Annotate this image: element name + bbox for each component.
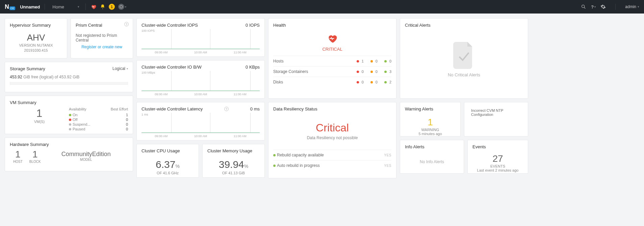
warning-alerts-summary-panel[interactable]: Warning Alerts 1 WARNING 5 minutes ago xyxy=(400,102,461,136)
panel-title: Events xyxy=(472,144,523,149)
chevron-down-icon: ▾ xyxy=(638,5,639,8)
vm-col-availability: Availability xyxy=(69,107,86,111)
gear-icon[interactable] xyxy=(600,4,606,9)
panel-title: Storage Summary xyxy=(10,66,45,71)
chart-area: 100 IOPS xyxy=(141,29,260,49)
panel-title: Data Resiliency Status xyxy=(273,106,391,111)
cluster-name[interactable]: Unnamed xyxy=(20,4,40,9)
block-count: 1 xyxy=(29,149,41,160)
hypervisor-version-line2: 20191030.415 xyxy=(10,48,62,53)
block-label: BLOCK xyxy=(29,160,41,164)
logo-n: N xyxy=(5,3,9,10)
iobw-value: 0 KBps xyxy=(246,65,260,70)
cpu-pct: % xyxy=(175,164,179,169)
info-alerts-panel[interactable]: Info Alerts No Info Alerts xyxy=(400,140,464,174)
cpu-usage-panel[interactable]: Cluster CPU Usage 6.37% OF 41.6 GHz xyxy=(136,144,199,178)
health-panel[interactable]: Health CRITICAL Hosts 1 0 0 Storage Con xyxy=(268,18,396,99)
vm-summary-panel[interactable]: VM Summary 1 VM(S) Availability Best Eff… xyxy=(5,96,133,134)
data-resiliency-panel[interactable]: Data Resiliency Status Critical Data Res… xyxy=(268,102,396,178)
latency-value: 0 ms xyxy=(250,106,260,111)
prism-central-panel: Prism Central ? Not registered to Prism … xyxy=(71,18,133,58)
task-circle-icon xyxy=(118,4,124,10)
panel-title: Info Alerts xyxy=(405,144,459,149)
resiliency-row-auto-rebuild: Auto rebuild in progress YES xyxy=(273,160,391,171)
panel-title: Critical Alerts xyxy=(405,23,523,28)
chevron-down-icon: ▾ xyxy=(78,5,79,8)
panel-title: Warning Alerts xyxy=(405,106,456,111)
status-icons: 1 ▾ xyxy=(91,4,126,10)
cpu-sub: OF 41.6 GHz xyxy=(141,171,194,175)
chart-ylabel: 100 MBps xyxy=(141,71,155,74)
health-row-disks[interactable]: Disks 0 0 2 xyxy=(273,77,391,87)
task-status-dropdown[interactable]: ▾ xyxy=(118,4,126,10)
panel-title: Cluster CPU Usage xyxy=(141,148,194,153)
chart-latency-panel[interactable]: Cluster-wide Controller Latency ? 0 ms 1… xyxy=(136,102,265,141)
chevron-down-icon: ▾ xyxy=(125,5,126,8)
vm-count-label: VM(S) xyxy=(10,120,69,124)
warning-label: WARNING xyxy=(405,128,456,132)
topbar-right: ? ▾ admin ▾ xyxy=(581,4,639,10)
divider xyxy=(45,4,45,10)
health-heart-icon[interactable] xyxy=(91,4,97,9)
help-icon[interactable]: ? xyxy=(124,22,129,26)
chevron-down-icon: ▾ xyxy=(594,5,596,8)
vm-row-off: Off0 xyxy=(69,117,128,122)
vm-count: 1 xyxy=(10,107,69,120)
host-count: 1 xyxy=(13,149,23,160)
svg-line-2 xyxy=(584,7,585,8)
iops-value: 0 IOPS xyxy=(246,23,260,28)
bell-icon[interactable] xyxy=(100,4,105,9)
chevron-down-icon: ▾ xyxy=(127,67,128,70)
hypervisor-version-line1: VERSION NUTANIX xyxy=(10,43,62,48)
top-bar: N CE Unnamed Home ▾ 1 ▾ ? ▾ xyxy=(0,0,644,14)
chart-ylabel: 1 ms xyxy=(141,113,148,116)
help-dropdown[interactable]: ? ▾ xyxy=(591,4,596,9)
memory-usage-panel[interactable]: Cluster Memory Usage 39.94% OF 41.13 GiB xyxy=(202,144,265,178)
panel-title: VM Summary xyxy=(10,100,128,105)
main-menu-dropdown[interactable]: Home ▾ xyxy=(50,3,82,11)
register-link[interactable]: Register or create new xyxy=(76,45,128,49)
svg-point-0 xyxy=(120,5,123,8)
model-name: CommunityEdition xyxy=(44,151,128,158)
chart-ylabel: 100 IOPS xyxy=(141,29,155,32)
resiliency-row-rebuild-capacity: Rebuild capacity available YES xyxy=(273,150,391,160)
alert-badge[interactable]: 1 xyxy=(109,4,115,10)
storage-summary-panel[interactable]: Storage Summary Logical ▾ 453.92 GiB fre… xyxy=(5,62,133,92)
panel-title: Hardware Summary xyxy=(10,142,128,147)
help-icon: ? xyxy=(591,4,594,9)
panel-title: Prism Central xyxy=(76,23,128,28)
storage-mode-dropdown[interactable]: Logical ▾ xyxy=(112,66,128,71)
search-icon[interactable] xyxy=(581,4,586,9)
critical-alerts-panel[interactable]: Critical Alerts No Critical Alerts xyxy=(400,18,528,99)
storage-usage-bar xyxy=(10,82,128,85)
user-menu[interactable]: admin ▾ xyxy=(625,4,639,9)
warning-time: 5 minutes ago xyxy=(405,132,456,136)
warning-alerts-detail-panel[interactable]: Incorrect CVM NTP Configuration xyxy=(464,102,528,136)
logo[interactable]: N CE xyxy=(5,3,15,10)
divider xyxy=(615,4,616,10)
no-info-alerts-text: No Info Alerts xyxy=(405,151,459,172)
panel-title: Cluster Memory Usage xyxy=(207,148,260,153)
divider xyxy=(85,3,86,10)
health-row-hosts[interactable]: Hosts 1 0 0 xyxy=(273,56,391,66)
vm-row-on: On1 xyxy=(69,112,128,117)
panel-title: Hypervisor Summary xyxy=(10,23,62,28)
warning-count: 1 xyxy=(405,117,456,128)
chart-area: 100 MBps xyxy=(141,71,260,91)
chart-xlabels: 09:00 AM10:00 AM11:00 AM xyxy=(141,134,260,138)
logo-ce-badge: CE xyxy=(9,6,15,10)
health-row-storage[interactable]: Storage Containers 0 0 3 xyxy=(273,66,391,77)
chart-xlabels: 09:00 AM10:00 AM11:00 AM xyxy=(141,51,260,54)
hardware-summary-panel[interactable]: Hardware Summary 1 HOST 1 BLOCK Communit… xyxy=(5,137,133,171)
host-label: HOST xyxy=(13,160,23,164)
help-icon[interactable]: ? xyxy=(224,107,229,111)
health-status: CRITICAL xyxy=(273,47,391,52)
events-time: Last event 2 minutes ago xyxy=(472,168,523,172)
panel-title: Cluster-wide Controller IO B/W xyxy=(141,65,202,70)
events-panel[interactable]: Events 27 EVENTS Last event 2 minutes ag… xyxy=(467,140,528,174)
resiliency-sub: Data Resiliency not possible xyxy=(273,135,391,140)
chart-iobw-panel[interactable]: Cluster-wide Controller IO B/W 0 KBps 10… xyxy=(136,60,265,99)
hypervisor-summary-panel[interactable]: Hypervisor Summary AHV VERSION NUTANIX 2… xyxy=(5,18,67,58)
chart-iops-panel[interactable]: Cluster-wide Controller IOPS 0 IOPS 100 … xyxy=(136,18,265,57)
chart-area: 1 ms xyxy=(141,113,260,133)
